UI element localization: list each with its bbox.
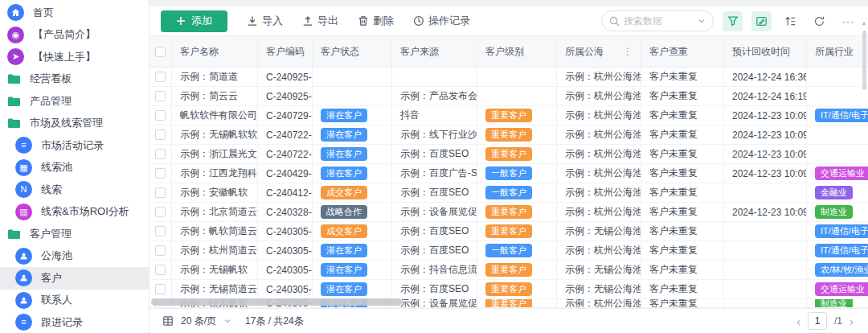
plus-icon xyxy=(176,16,186,26)
scrollbar-up-arrow[interactable]: ▲ xyxy=(861,19,867,27)
column-header-8[interactable]: 所属行业 xyxy=(807,36,868,67)
sidebar-item-label: 市场及线索管理 xyxy=(30,116,103,130)
delete-button[interactable]: 删除 xyxy=(358,14,394,28)
table-row[interactable]: 示例：简云云C-240925-0...示例：产品发布会直...示例：杭州公海池客… xyxy=(149,87,868,106)
sidebar-item-customer-mgmt[interactable]: 客户管理 xyxy=(0,223,149,245)
more-button[interactable]: ··· xyxy=(838,11,858,31)
sidebar-item-product-intro[interactable]: ◉【产品简介】 xyxy=(0,24,149,47)
filter-button[interactable] xyxy=(723,11,743,31)
page-size-chevron-icon[interactable] xyxy=(223,317,231,325)
row-checkbox[interactable] xyxy=(155,284,166,294)
row-checkbox[interactable] xyxy=(155,245,166,256)
sidebar-item-market-leads-mgmt[interactable]: 市场及线索管理 xyxy=(0,113,149,135)
sidebar-item-contacts[interactable]: 联系人 xyxy=(0,290,149,312)
sidebar-item-public-pool[interactable]: 公海池 xyxy=(0,245,149,268)
row-checkbox[interactable] xyxy=(155,110,166,121)
cell-recycle-time: 2024-12-23 10:09:23 xyxy=(724,106,807,125)
search-input[interactable] xyxy=(624,15,694,27)
current-page-box[interactable]: 1 xyxy=(808,312,827,330)
sidebar-item-label: 线索 xyxy=(41,183,62,197)
row-checkbox[interactable] xyxy=(155,168,166,179)
column-menu-icon[interactable]: ⋮ xyxy=(623,46,633,57)
row-checkbox[interactable] xyxy=(155,130,166,140)
cell-industry xyxy=(807,68,868,86)
cell-level xyxy=(477,87,557,105)
vertical-scrollbar-thumb[interactable] xyxy=(862,31,866,90)
add-button-label: 添加 xyxy=(191,14,212,28)
cell-recycle-time xyxy=(724,280,807,298)
row-checkbox[interactable] xyxy=(155,187,166,198)
funnel-icon xyxy=(727,15,739,27)
operation-log-button[interactable]: 操作记录 xyxy=(413,14,470,28)
cell-pool: 示例：杭州公海池 xyxy=(557,87,641,105)
column-header-5[interactable]: 所属公海⋮ xyxy=(557,36,641,67)
sidebar-item-roi-analysis[interactable]: ▥线索&市场ROI分析 xyxy=(0,201,149,224)
cell-industry xyxy=(807,145,868,163)
row-checkbox[interactable] xyxy=(155,149,166,159)
column-header-1[interactable]: 客户编码 xyxy=(258,36,313,67)
prev-page-button[interactable]: ‹ xyxy=(796,315,800,327)
import-button[interactable]: 导入 xyxy=(247,14,283,28)
cell-industry: 交通运输业 xyxy=(807,164,868,183)
column-header-4[interactable]: 客户级别 xyxy=(477,36,557,67)
column-header-6[interactable]: 客户查重 xyxy=(641,36,724,67)
sidebar-item-lead-pool[interactable]: ▦线索池 xyxy=(0,157,149,179)
tag: 重要客户 xyxy=(485,224,532,238)
column-header-3[interactable]: 客户来源 xyxy=(392,36,477,67)
sidebar-item-market-activity[interactable]: ≡市场活动记录 xyxy=(0,134,149,157)
row-checkbox[interactable] xyxy=(155,265,166,275)
cell-duplicate-check: 客户未重复 xyxy=(641,106,724,125)
table-row[interactable]: 示例：无锡简道云C-240305-0...潜在客户示例：百度SEO重要客户示例：… xyxy=(149,280,868,299)
view-edit-button[interactable] xyxy=(751,11,772,31)
column-header-7[interactable]: 预计回收时间 xyxy=(724,36,807,67)
sidebar-item-product-mgmt[interactable]: 产品管理 xyxy=(0,90,149,113)
sidebar-item-home[interactable]: 首页 xyxy=(0,2,149,24)
add-button[interactable]: 添加 xyxy=(161,10,227,32)
row-checkbox[interactable] xyxy=(155,91,166,101)
sidebar-item-quick-start[interactable]: ➤【快速上手】 xyxy=(0,46,149,68)
column-header-2[interactable]: 客户状态 xyxy=(313,36,392,67)
cell-recycle-time xyxy=(724,183,807,202)
table-row[interactable]: 示例：北京简道云小...C-240328-0...战略合作示例：设备展览促销..… xyxy=(149,203,868,222)
column-header-label: 客户编码 xyxy=(266,45,305,59)
row-checkbox[interactable] xyxy=(155,72,166,82)
cell-status: 潜在客户 xyxy=(313,125,392,144)
cell-status: 成交客户 xyxy=(313,222,392,240)
sidebar-item-customers[interactable]: 客户 xyxy=(0,267,149,290)
select-all-checkbox[interactable] xyxy=(155,47,166,57)
cell-level: 重要客户 xyxy=(477,261,557,279)
cell-level: 一般客户 xyxy=(477,164,557,183)
chevron-down-icon[interactable] xyxy=(698,17,706,25)
row-checkbox[interactable] xyxy=(155,207,166,217)
table-view-icon[interactable] xyxy=(162,315,174,327)
table-row[interactable]: 示例：无锡帆软C-240305-0...潜在客户示例：抖音信息流重要客户示例：无… xyxy=(149,261,868,280)
table-row[interactable]: 示例：杭州简道云C-240305-0...潜在客户示例：百度SEO一般客户示例：… xyxy=(149,241,868,261)
table-row[interactable]: 示例：浙江晨光文具...C-240722-0...潜在客户示例：百度SEO重要客… xyxy=(149,145,868,164)
row-height-button[interactable] xyxy=(780,11,800,31)
refresh-button[interactable] xyxy=(809,11,829,31)
table-row[interactable]: 示例：安徽帆软C-240412-0...成交客户示例：百度SEO一般客户示例：杭… xyxy=(149,183,868,203)
record-count: 17条 / 共24条 xyxy=(245,314,304,328)
cell-name: 示例：浙江晨光文具... xyxy=(172,145,258,163)
page-size-select[interactable]: 20 条/页 xyxy=(181,314,216,328)
cell-code: C-240722-0... xyxy=(258,125,313,144)
row-checkbox[interactable] xyxy=(155,226,166,236)
horizontal-scrollbar-thumb[interactable] xyxy=(151,298,402,306)
cell-code: C-240722-0... xyxy=(258,145,313,163)
table-row[interactable]: 示例：无锡帆软软件C-240722-0...潜在客户示例：线下行业沙龙重要客户示… xyxy=(149,125,868,145)
table-row[interactable]: 示例：江西龙翔科技...C-240429-0...潜在客户示例：百度广告-SEM… xyxy=(149,164,868,183)
sidebar-item-business-dashboard[interactable]: 经营看板 xyxy=(0,68,149,91)
sidebar-item-leads[interactable]: N线索 xyxy=(0,179,149,201)
clock-icon xyxy=(413,15,424,27)
table-row[interactable]: 示例：简道道C-240925-0...示例：杭州公海池客户未重复2024-12-… xyxy=(149,68,868,87)
vertical-scrollbar[interactable]: ▲ xyxy=(861,19,867,299)
sidebar-item-follow-records[interactable]: ≡跟进记录 xyxy=(0,311,149,333)
column-header-0[interactable]: 客户名称 xyxy=(172,36,258,67)
next-page-button[interactable]: › xyxy=(850,315,854,327)
table-row[interactable]: 帆软软件有限公司C-240729-0...潜在客户抖音重要客户示例：杭州公海池客… xyxy=(149,106,868,125)
export-button[interactable]: 导出 xyxy=(302,14,338,28)
column-header-label: 客户级别 xyxy=(485,45,524,59)
cell-duplicate-check: 客户未重复 xyxy=(641,125,724,144)
table-row[interactable]: 示例：帆软简道云C-240305-0...成交客户示例：百度SEO重要客户示例：… xyxy=(149,222,868,241)
cell-recycle-time xyxy=(724,261,807,279)
